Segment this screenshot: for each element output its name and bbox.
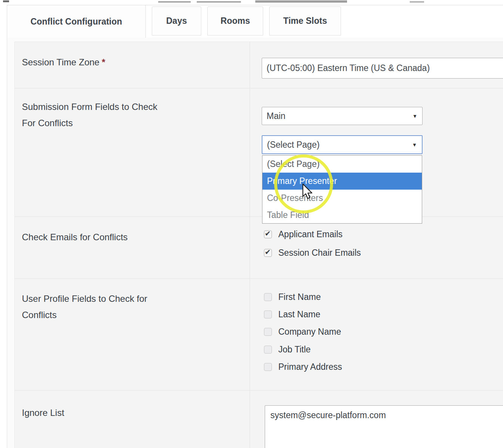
ignore-list-label: Ignore List xyxy=(22,405,188,421)
checkmark-icon: ✔ xyxy=(265,229,271,238)
checkbox-first-name[interactable] xyxy=(264,293,272,301)
tab-label: Days xyxy=(166,16,187,26)
chevron-down-icon: ▼ xyxy=(412,113,417,119)
page-select-dropdown-list: (Select Page) Primary Presenter Co-Prese… xyxy=(262,155,422,224)
column-divider xyxy=(250,42,250,448)
tab-time-slots[interactable]: Time Slots xyxy=(269,6,341,36)
checkbox-row-last-name: Last Name xyxy=(264,310,320,319)
option-select-page[interactable]: (Select Page) xyxy=(262,156,422,173)
checkbox-label: Applicant Emails xyxy=(278,229,343,239)
checkbox-label: First Name xyxy=(278,292,321,302)
selected-value: Main xyxy=(267,111,285,121)
option-co-presenters[interactable]: Co-Presenters xyxy=(262,190,422,207)
checkbox-row-company-name: Company Name xyxy=(264,327,341,336)
checkmark-icon: ✔ xyxy=(265,248,271,256)
cutoff-fragment xyxy=(3,0,9,2)
conflict-configuration-form: Session Time Zone* (UTC-05:00) Eastern T… xyxy=(14,42,503,448)
label-line: Conflicts xyxy=(22,307,188,323)
ignore-list-textarea[interactable]: system@secure-platform.com xyxy=(265,405,503,448)
checkbox-label: Company Name xyxy=(278,327,341,337)
label-line: For Conflicts xyxy=(22,115,188,131)
option-primary-presenter[interactable]: Primary Presenter xyxy=(262,173,422,190)
tab-conflict-configuration[interactable]: Conflict Configuration xyxy=(7,5,146,38)
cutoff-fragment xyxy=(255,0,347,3)
required-asterisk: * xyxy=(102,57,105,67)
checkbox-job-title[interactable] xyxy=(264,346,272,354)
cutoff-fragment xyxy=(158,1,191,3)
submission-form-select[interactable]: Main ▼ xyxy=(262,107,423,125)
checkbox-row-job-title: Job Title xyxy=(264,345,311,354)
checkbox-label: Primary Address xyxy=(278,362,342,372)
row-divider xyxy=(15,88,503,88)
checkbox-row-first-name: First Name xyxy=(264,292,321,301)
submission-form-fields-label: Submission Form Fields to Check For Conf… xyxy=(22,99,188,131)
checkbox-primary-address[interactable] xyxy=(264,363,272,371)
label-text: Session Time Zone xyxy=(22,57,99,67)
checkbox-company-name[interactable] xyxy=(264,328,272,336)
checkbox-label: Session Chair Emails xyxy=(278,248,361,258)
tab-label: Time Slots xyxy=(283,16,327,26)
label-line: Submission Form Fields to Check xyxy=(22,99,188,115)
tab-rooms[interactable]: Rooms xyxy=(207,6,263,36)
checkbox-row-session-chair-emails: ✔ Session Chair Emails xyxy=(264,248,361,257)
tab-label: Rooms xyxy=(221,16,250,26)
checkbox-applicant-emails[interactable]: ✔ xyxy=(264,230,272,238)
checkbox-row-primary-address: Primary Address xyxy=(264,362,342,371)
selected-value: (Select Page) xyxy=(267,140,319,150)
checkbox-label: Job Title xyxy=(278,344,311,355)
page-select[interactable]: (Select Page) ▼ xyxy=(262,135,423,154)
checkbox-row-applicant-emails: ✔ Applicant Emails xyxy=(264,230,343,239)
user-profile-fields-label: User Profile Fields to Check for Conflic… xyxy=(22,290,188,323)
checkbox-label: Last Name xyxy=(278,309,320,320)
check-emails-label: Check Emails for Conflicts xyxy=(22,229,188,245)
conflict-configuration-screen: Conflict Configuration Days Rooms Time S… xyxy=(0,0,503,448)
label-text: Check Emails for Conflicts xyxy=(22,232,128,242)
session-time-zone-select[interactable]: (UTC-05:00) Eastern Time (US & Canada) xyxy=(262,58,503,79)
row-divider xyxy=(15,216,503,217)
tab-days[interactable]: Days xyxy=(152,6,201,36)
tab-label: Conflict Configuration xyxy=(31,17,122,27)
label-line: User Profile Fields to Check for xyxy=(22,290,188,307)
row-divider xyxy=(15,390,503,391)
selected-value: (UTC-05:00) Eastern Time (US & Canada) xyxy=(267,63,430,73)
session-time-zone-label: Session Time Zone* xyxy=(22,54,188,70)
option-table-field[interactable]: Table Field xyxy=(262,207,422,223)
cutoff-fragment xyxy=(410,1,424,3)
cutoff-fragment xyxy=(197,1,241,3)
row-divider xyxy=(15,278,503,279)
label-text: Ignore List xyxy=(22,408,64,418)
checkbox-last-name[interactable] xyxy=(264,311,272,318)
chevron-down-icon: ▼ xyxy=(412,142,417,148)
checkbox-session-chair-emails[interactable]: ✔ xyxy=(264,249,272,257)
